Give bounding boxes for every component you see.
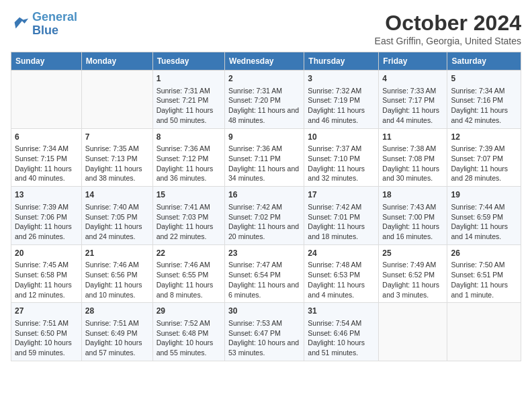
day-number: 24: [308, 248, 375, 259]
sunrise-text: Sunrise: 7:31 AM: [228, 86, 300, 96]
calendar-table: SundayMondayTuesdayWednesdayThursdayFrid…: [11, 52, 521, 361]
sunset-text: Sunset: 7:10 PM: [308, 154, 375, 164]
day-number: 28: [85, 306, 149, 317]
day-number: 21: [85, 248, 149, 259]
sunrise-text: Sunrise: 7:53 AM: [228, 318, 300, 328]
sunset-text: Sunset: 6:55 PM: [157, 270, 221, 280]
calendar-header-wednesday: Wednesday: [225, 52, 304, 71]
calendar-cell: 1Sunrise: 7:31 AMSunset: 7:21 PMDaylight…: [152, 71, 224, 129]
calendar-cell: [81, 71, 152, 129]
logo-text: General Blue: [32, 11, 77, 38]
day-number: 7: [85, 132, 149, 143]
daylight-text: Daylight: 11 hours and 36 minutes.: [157, 164, 221, 183]
sunset-text: Sunset: 7:20 PM: [228, 95, 300, 105]
calendar-cell: 8Sunrise: 7:36 AMSunset: 7:12 PMDaylight…: [152, 128, 224, 187]
logo: General Blue: [11, 11, 77, 38]
day-number: 6: [15, 132, 78, 143]
day-number: 25: [382, 248, 443, 259]
calendar-week-row: 20Sunrise: 7:45 AMSunset: 6:58 PMDayligh…: [11, 244, 521, 303]
sunrise-text: Sunrise: 7:40 AM: [85, 202, 149, 212]
svg-marker-0: [15, 17, 29, 29]
daylight-text: Daylight: 11 hours and 44 minutes.: [382, 105, 443, 125]
day-number: 15: [157, 189, 221, 201]
calendar-week-row: 6Sunrise: 7:34 AMSunset: 7:15 PMDaylight…: [11, 128, 521, 187]
calendar-header-monday: Monday: [81, 52, 152, 71]
sunrise-text: Sunrise: 7:41 AM: [157, 202, 221, 212]
sunset-text: Sunset: 6:51 PM: [451, 270, 517, 280]
sunrise-text: Sunrise: 7:50 AM: [451, 260, 517, 270]
daylight-text: Daylight: 11 hours and 4 minutes.: [308, 280, 375, 300]
daylight-text: Daylight: 11 hours and 20 minutes.: [228, 222, 300, 241]
sunset-text: Sunset: 7:06 PM: [15, 212, 78, 222]
calendar-cell: 16Sunrise: 7:42 AMSunset: 7:02 PMDayligh…: [225, 187, 304, 245]
day-number: 27: [15, 306, 78, 317]
daylight-text: Daylight: 11 hours and 24 minutes.: [85, 222, 149, 241]
sunrise-text: Sunrise: 7:31 AM: [157, 86, 221, 96]
sunset-text: Sunset: 6:56 PM: [85, 270, 149, 280]
sunrise-text: Sunrise: 7:54 AM: [308, 318, 375, 328]
sunrise-text: Sunrise: 7:46 AM: [157, 260, 221, 270]
daylight-text: Daylight: 10 hours and 51 minutes.: [308, 338, 375, 357]
sunrise-text: Sunrise: 7:33 AM: [382, 86, 443, 96]
calendar-header-tuesday: Tuesday: [152, 52, 224, 71]
calendar-cell: 13Sunrise: 7:39 AMSunset: 7:06 PMDayligh…: [11, 187, 82, 245]
page-title: October 2024: [375, 11, 521, 36]
sunset-text: Sunset: 7:07 PM: [451, 154, 517, 164]
daylight-text: Daylight: 10 hours and 57 minutes.: [85, 338, 149, 357]
sunset-text: Sunset: 6:53 PM: [308, 270, 375, 280]
calendar-cell: 28Sunrise: 7:51 AMSunset: 6:49 PMDayligh…: [81, 303, 152, 361]
day-number: 30: [228, 306, 300, 317]
calendar-week-row: 13Sunrise: 7:39 AMSunset: 7:06 PMDayligh…: [11, 187, 521, 245]
calendar-cell: 21Sunrise: 7:46 AMSunset: 6:56 PMDayligh…: [81, 244, 152, 303]
day-number: 4: [382, 73, 443, 85]
calendar-cell: 18Sunrise: 7:43 AMSunset: 7:00 PMDayligh…: [379, 187, 447, 245]
calendar-cell: 10Sunrise: 7:37 AMSunset: 7:10 PMDayligh…: [304, 128, 379, 187]
sunrise-text: Sunrise: 7:39 AM: [451, 144, 517, 154]
day-number: 20: [15, 248, 78, 259]
calendar-cell: 27Sunrise: 7:51 AMSunset: 6:50 PMDayligh…: [11, 303, 82, 361]
calendar-header-row: SundayMondayTuesdayWednesdayThursdayFrid…: [11, 52, 521, 71]
sunrise-text: Sunrise: 7:51 AM: [85, 318, 149, 328]
sunset-text: Sunset: 6:54 PM: [228, 270, 300, 280]
calendar-cell: 22Sunrise: 7:46 AMSunset: 6:55 PMDayligh…: [152, 244, 224, 303]
day-number: 26: [451, 248, 517, 259]
daylight-text: Daylight: 11 hours and 8 minutes.: [157, 280, 221, 300]
calendar-header-saturday: Saturday: [447, 52, 521, 71]
daylight-text: Daylight: 11 hours and 46 minutes.: [308, 105, 375, 125]
sunrise-text: Sunrise: 7:52 AM: [157, 318, 221, 328]
sunset-text: Sunset: 7:03 PM: [157, 212, 221, 222]
sunset-text: Sunset: 7:12 PM: [157, 154, 221, 164]
sunset-text: Sunset: 7:01 PM: [308, 212, 375, 222]
daylight-text: Daylight: 11 hours and 18 minutes.: [308, 222, 375, 241]
daylight-text: Daylight: 11 hours and 28 minutes.: [451, 164, 517, 183]
calendar-cell: 6Sunrise: 7:34 AMSunset: 7:15 PMDaylight…: [11, 128, 82, 187]
day-number: 10: [308, 132, 375, 143]
sunrise-text: Sunrise: 7:47 AM: [228, 260, 300, 270]
calendar-cell: 17Sunrise: 7:42 AMSunset: 7:01 PMDayligh…: [304, 187, 379, 245]
daylight-text: Daylight: 11 hours and 3 minutes.: [382, 280, 443, 300]
calendar-cell: 14Sunrise: 7:40 AMSunset: 7:05 PMDayligh…: [81, 187, 152, 245]
sunrise-text: Sunrise: 7:34 AM: [15, 144, 78, 154]
day-number: 8: [157, 132, 221, 143]
sunrise-text: Sunrise: 7:42 AM: [228, 202, 300, 212]
sunrise-text: Sunrise: 7:35 AM: [85, 144, 149, 154]
calendar-cell: 2Sunrise: 7:31 AMSunset: 7:20 PMDaylight…: [225, 71, 304, 129]
sunset-text: Sunset: 7:05 PM: [85, 212, 149, 222]
sunrise-text: Sunrise: 7:36 AM: [157, 144, 221, 154]
calendar-cell: 15Sunrise: 7:41 AMSunset: 7:03 PMDayligh…: [152, 187, 224, 245]
sunset-text: Sunset: 6:58 PM: [15, 270, 78, 280]
daylight-text: Daylight: 11 hours and 32 minutes.: [308, 164, 375, 183]
sunset-text: Sunset: 7:16 PM: [451, 95, 517, 105]
sunset-text: Sunset: 6:49 PM: [85, 328, 149, 338]
calendar-header-sunday: Sunday: [11, 52, 82, 71]
daylight-text: Daylight: 11 hours and 12 minutes.: [15, 280, 78, 300]
calendar-cell: [447, 303, 521, 361]
calendar-cell: 4Sunrise: 7:33 AMSunset: 7:17 PMDaylight…: [379, 71, 447, 129]
daylight-text: Daylight: 11 hours and 10 minutes.: [85, 280, 149, 300]
day-number: 1: [157, 73, 221, 85]
sunrise-text: Sunrise: 7:46 AM: [85, 260, 149, 270]
daylight-text: Daylight: 10 hours and 59 minutes.: [15, 338, 78, 357]
calendar-cell: 12Sunrise: 7:39 AMSunset: 7:07 PMDayligh…: [447, 128, 521, 187]
daylight-text: Daylight: 11 hours and 50 minutes.: [157, 105, 221, 125]
daylight-text: Daylight: 11 hours and 6 minutes.: [228, 280, 300, 300]
